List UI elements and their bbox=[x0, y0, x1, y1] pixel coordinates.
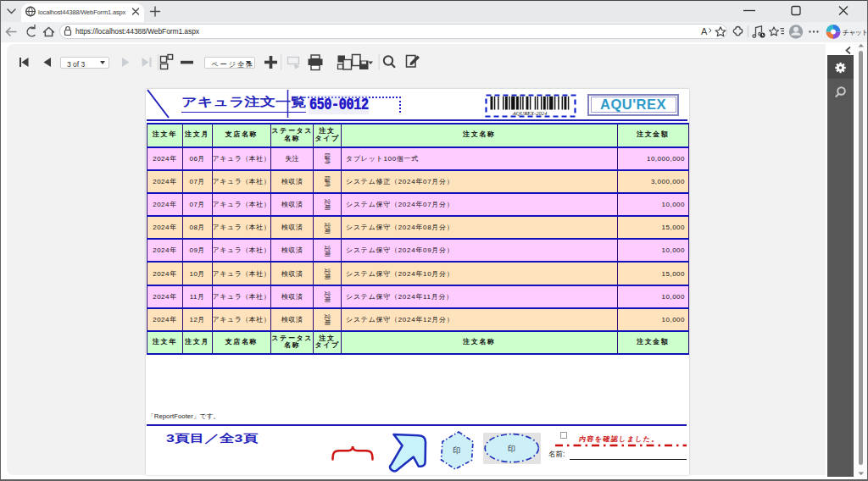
svg-text:A: A bbox=[701, 26, 708, 36]
svg-text:印: 印 bbox=[453, 446, 461, 455]
svg-text:印: 印 bbox=[508, 445, 515, 453]
svg-text:AQUREX-2024: AQUREX-2024 bbox=[512, 109, 548, 115]
